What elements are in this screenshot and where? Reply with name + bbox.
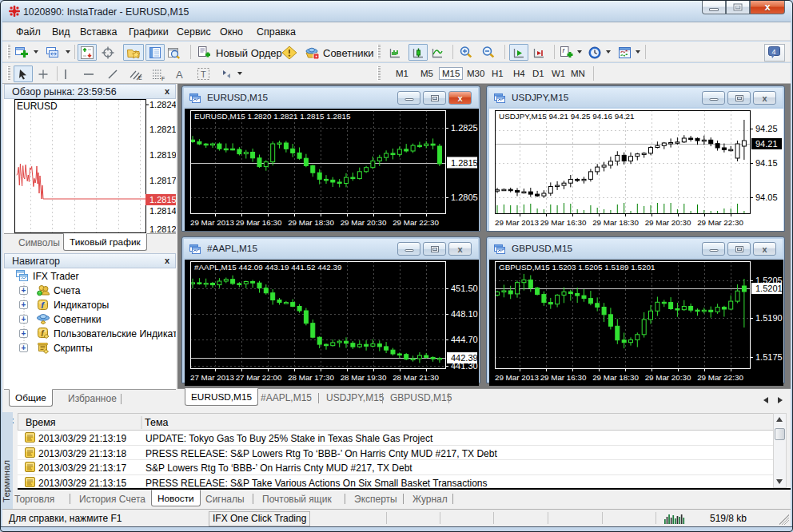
svg-text:94.21: 94.21: [755, 139, 778, 149]
svg-text:1.2815: 1.2815: [451, 158, 478, 168]
svg-text:1.2825: 1.2825: [451, 123, 478, 133]
svg-text:29 Mar 20:30: 29 Mar 20:30: [341, 218, 387, 227]
svg-text:448.10: 448.10: [451, 309, 478, 319]
svg-text:F: F: [161, 75, 165, 81]
svg-text:94.05: 94.05: [755, 193, 778, 202]
svg-text:1.2814: 1.2814: [149, 206, 176, 216]
svg-text:27 Mar 22:00: 27 Mar 22:00: [236, 373, 282, 382]
svg-text:1.5205: 1.5205: [755, 276, 783, 285]
svg-text:1.2812: 1.2812: [149, 224, 176, 233]
svg-text:451.50: 451.50: [451, 284, 478, 293]
svg-text:29 Mar 22:30: 29 Mar 22:30: [697, 373, 743, 382]
svg-text:1.2817: 1.2817: [149, 176, 176, 185]
svg-text:29 Mar 16:30: 29 Mar 16:30: [236, 218, 282, 227]
svg-text:29 Mar 18:30: 29 Mar 18:30: [592, 373, 639, 382]
svg-text:1.2805: 1.2805: [451, 193, 478, 202]
svg-text:94.15: 94.15: [755, 158, 778, 168]
svg-text:29 Mar 20:30: 29 Mar 20:30: [645, 373, 691, 382]
svg-text:1.2815: 1.2815: [149, 195, 176, 204]
svg-text:27 Mar 2013: 27 Mar 2013: [190, 373, 235, 382]
svg-text:#AAPL,M15 442.09 443.19 441.5: #AAPL,M15 442.09 443.19 441.52 442.39: [194, 263, 342, 272]
svg-text:29 Mar 16:30: 29 Mar 16:30: [540, 373, 587, 382]
svg-text:29 Mar 2013: 29 Mar 2013: [495, 373, 540, 382]
svg-text:EURUSD,M15 1.2820 1.2821 1.28: EURUSD,M15 1.2820 1.2821 1.2815 1.2815: [194, 112, 351, 121]
svg-text:94.25: 94.25: [755, 124, 778, 133]
svg-text:29 Mar 16:30: 29 Mar 16:30: [540, 218, 587, 227]
svg-text:29 Mar 22:30: 29 Mar 22:30: [393, 218, 439, 227]
svg-text:EURUSD: EURUSD: [17, 101, 58, 112]
svg-text:1.2824: 1.2824: [149, 100, 176, 109]
svg-text:28 Mar 21:30: 28 Mar 21:30: [393, 373, 439, 382]
svg-text:29 Mar 18:30: 29 Mar 18:30: [288, 218, 334, 227]
svg-text:1.2821: 1.2821: [149, 125, 176, 134]
svg-text:29 Mar 22:30: 29 Mar 22:30: [697, 218, 743, 227]
svg-text:E: E: [138, 75, 142, 81]
svg-text:29 Mar 2013: 29 Mar 2013: [190, 218, 235, 227]
svg-text:29 Mar 2013: 29 Mar 2013: [495, 218, 540, 227]
svg-text:28 Mar 17:30: 28 Mar 17:30: [288, 373, 334, 382]
svg-text:GBPUSD,M15 1.5203 1.5205 1.51: GBPUSD,M15 1.5203 1.5205 1.5189 1.5201: [499, 263, 656, 272]
svg-text:441.30: 441.30: [451, 361, 478, 371]
svg-text:1.5175: 1.5175: [755, 352, 783, 362]
svg-text:1.5190: 1.5190: [755, 313, 783, 323]
svg-text:4: 4: [772, 48, 776, 56]
svg-text:USDJPY,M15 94.21 94.25 94.16: USDJPY,M15 94.21 94.25 94.16 94.21: [499, 112, 635, 121]
svg-text:1.2819: 1.2819: [149, 150, 176, 160]
svg-text:T: T: [201, 69, 206, 79]
svg-text:444.70: 444.70: [451, 335, 478, 344]
svg-text:29 Mar 20:30: 29 Mar 20:30: [645, 218, 691, 227]
svg-text:A: A: [176, 69, 183, 81]
svg-text:29 Mar 18:30: 29 Mar 18:30: [592, 218, 639, 227]
svg-text:28 Mar 19:30: 28 Mar 19:30: [341, 373, 387, 382]
